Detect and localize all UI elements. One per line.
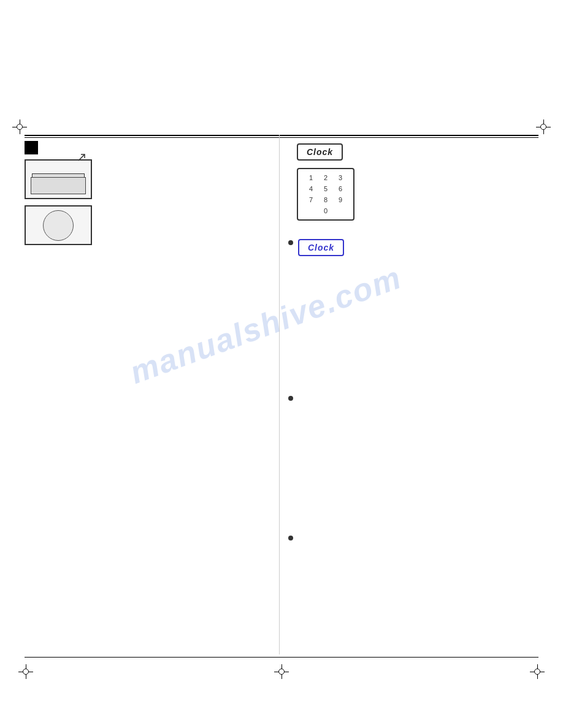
reg-mark-top-left <box>12 119 27 134</box>
numpad-spacer-right <box>334 206 347 216</box>
numpad-grid: 1 2 3 4 5 6 7 8 9 0 <box>304 173 347 216</box>
numpad-4[interactable]: 4 <box>304 184 318 194</box>
black-label-square <box>25 141 38 154</box>
right-inner: Clock 1 2 3 4 5 6 7 8 9 0 <box>282 141 538 540</box>
clock-button-label-step2: Clock <box>308 243 334 252</box>
step3-bullet <box>288 396 293 401</box>
microwave-top-illustration <box>25 159 98 199</box>
step3-content <box>298 392 538 395</box>
bottom-reg-marks-row <box>0 664 563 679</box>
numpad-2[interactable]: 2 <box>319 173 332 183</box>
numpad-0[interactable]: 0 <box>319 206 332 216</box>
step4-container <box>288 532 538 540</box>
microwave-body-top <box>25 159 92 199</box>
right-column: Clock 1 2 3 4 5 6 7 8 9 0 <box>282 141 538 654</box>
reg-mark-bottom-center <box>274 664 289 679</box>
step4-bullet <box>288 536 293 540</box>
step1-container: Clock 1 2 3 4 5 6 7 8 9 0 <box>297 141 538 227</box>
bottom-divider <box>25 657 538 658</box>
step3-container <box>288 392 538 401</box>
numpad-9[interactable]: 9 <box>334 195 347 205</box>
reg-mark-bottom-right <box>530 664 545 679</box>
divider-top-2 <box>25 137 538 138</box>
microwave-body-bottom <box>25 205 92 245</box>
illustration-area <box>25 159 98 245</box>
numpad-spacer-left <box>304 206 318 216</box>
column-divider <box>279 135 280 654</box>
step2-container: Clock <box>288 237 538 261</box>
svg-line-0 <box>79 154 85 161</box>
numpad-5[interactable]: 5 <box>319 184 332 194</box>
clock-button-step2[interactable]: Clock <box>298 239 344 256</box>
step2-content: Clock <box>298 237 538 261</box>
microwave-interior <box>31 177 86 194</box>
numpad-3[interactable]: 3 <box>334 173 347 183</box>
numpad-8[interactable]: 8 <box>319 195 332 205</box>
reg-mark-top-right <box>536 119 551 134</box>
divider-top <box>25 135 538 136</box>
numpad-1[interactable]: 1 <box>304 173 318 183</box>
spacer-mid <box>288 270 538 392</box>
step1-clock-btn-wrapper: Clock <box>297 141 538 163</box>
numpad-7[interactable]: 7 <box>304 195 318 205</box>
reg-mark-bottom-left <box>18 664 33 679</box>
numpad-box: 1 2 3 4 5 6 7 8 9 0 <box>297 168 354 221</box>
turntable-circle <box>43 210 74 241</box>
spacer-lower <box>288 409 538 532</box>
step2-clock-btn-wrapper: Clock <box>298 237 538 259</box>
microwave-bottom-illustration <box>25 205 98 245</box>
clock-button-step1[interactable]: Clock <box>297 143 343 161</box>
arrow-up-icon <box>77 153 86 164</box>
numpad-6[interactable]: 6 <box>334 184 347 194</box>
top-reg-marks-row <box>0 119 563 134</box>
step4-content <box>298 532 538 534</box>
clock-button-label-step1: Clock <box>307 147 333 157</box>
step2-bullet <box>288 240 293 245</box>
